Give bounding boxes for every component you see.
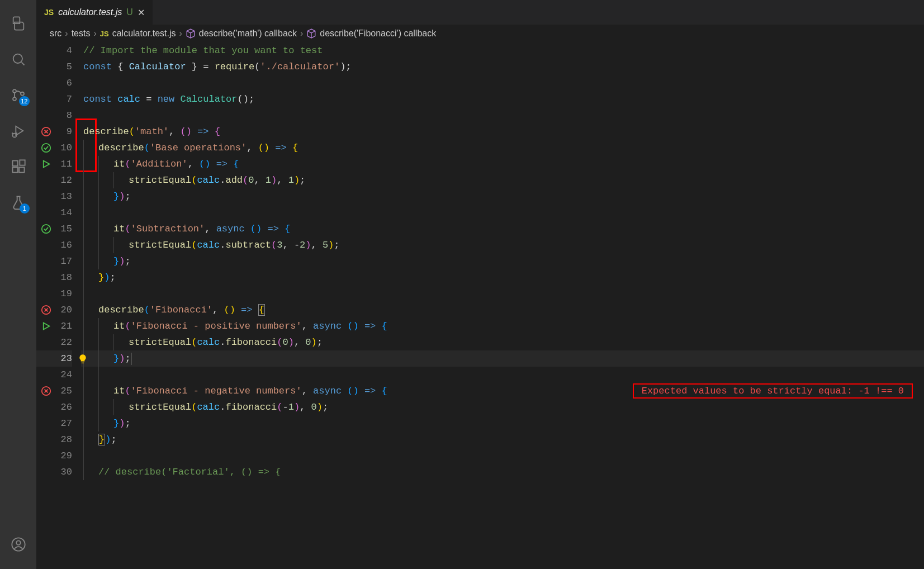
code-content[interactable]: // Import the module that you want to te… (81, 42, 924, 569)
svg-point-10 (16, 540, 20, 544)
lightbulb-icon[interactable] (78, 354, 88, 364)
test-fail-icon[interactable] (36, 383, 55, 399)
tab-name: calculator.test.js (58, 7, 122, 17)
test-run-icon[interactable] (36, 318, 55, 334)
svg-rect-6 (12, 167, 17, 172)
testing-icon[interactable]: 1 (5, 189, 32, 216)
activity-bar: 12 1 (0, 0, 36, 569)
js-file-icon: JS (44, 8, 54, 17)
breadcrumb[interactable]: src › tests › JS calculator.test.js › de… (36, 25, 924, 42)
chevron-right-icon: › (93, 29, 96, 39)
tab-modified-indicator: U (126, 7, 133, 17)
svg-point-2 (13, 97, 16, 101)
chevron-right-icon: › (179, 29, 182, 39)
js-file-icon: JS (100, 30, 109, 38)
explorer-icon[interactable] (5, 10, 32, 37)
tab-calculator-test[interactable]: JS calculator.test.js U ✕ (36, 0, 153, 25)
svg-point-0 (13, 54, 22, 63)
account-icon[interactable] (5, 531, 32, 558)
breadcrumb-symbol[interactable]: describe('math') callback (199, 29, 297, 39)
breadcrumb-segment[interactable]: src (50, 29, 61, 39)
svg-rect-5 (12, 161, 17, 166)
test-pass-icon[interactable] (36, 140, 55, 156)
chevron-right-icon: › (300, 29, 303, 39)
test-fail-icon[interactable] (36, 302, 55, 318)
test-fail-icon[interactable] (36, 124, 55, 140)
error-inline-message[interactable]: Expected values to be strictly equal: -1… (633, 383, 913, 399)
source-control-icon[interactable]: 12 (5, 82, 32, 108)
svg-point-1 (13, 89, 16, 93)
breadcrumb-symbol[interactable]: describe('Fibonacci') callback (320, 29, 436, 39)
breadcrumb-segment[interactable]: tests (72, 29, 91, 39)
breadcrumb-file[interactable]: calculator.test.js (112, 29, 176, 39)
line-numbers: 4 5 6 7 8 9 10 11 12 13 14 15 16 17 18 1… (55, 42, 81, 569)
code-editor[interactable]: 4 5 6 7 8 9 10 11 12 13 14 15 16 17 18 1… (36, 42, 924, 569)
editor-area: JS calculator.test.js U ✕ src › tests › … (36, 0, 924, 569)
svg-rect-8 (20, 160, 25, 165)
symbol-method-icon (306, 29, 316, 39)
svg-rect-7 (19, 167, 24, 172)
extensions-icon[interactable] (5, 153, 32, 180)
chevron-right-icon: › (65, 29, 68, 39)
cursor (131, 353, 131, 365)
test-badge: 1 (20, 203, 30, 214)
test-pass-icon[interactable] (36, 221, 55, 237)
symbol-method-icon (186, 29, 196, 39)
search-icon[interactable] (5, 46, 32, 73)
gutter (36, 42, 55, 569)
close-icon[interactable]: ✕ (138, 7, 145, 18)
test-run-icon[interactable] (36, 156, 55, 172)
debug-icon[interactable] (5, 117, 32, 144)
tab-bar: JS calculator.test.js U ✕ (36, 0, 924, 25)
scm-badge: 12 (19, 96, 29, 106)
